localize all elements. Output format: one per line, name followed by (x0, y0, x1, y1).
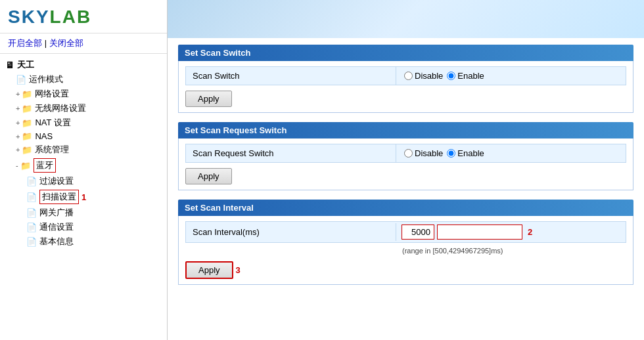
scan-switch-label: Scan Switch (186, 67, 396, 85)
section-scan-request: Set Scan Request Switch Scan Request Swi… (178, 122, 633, 190)
scan-switch-enable-radio[interactable] (447, 72, 455, 80)
section-scan-switch: Set Scan Switch Scan Switch Disable Ena (178, 45, 633, 113)
annot-3: 3 (236, 265, 241, 275)
scan-interval-range-hint: (range in [500,4294967295]ms) (185, 245, 626, 257)
scan-interval-apply-button[interactable]: Apply (185, 261, 233, 279)
sidebar-item-yunzuo[interactable]: 📄 运作模式 (0, 72, 167, 87)
content-area: Set Scan Switch Scan Switch Disable Ena (168, 38, 644, 301)
sidebar-item-bluetooth[interactable]: - 📁 蓝牙 (0, 157, 167, 174)
folder-icon-bt: 📁 (20, 161, 31, 171)
folder-icon-sys: 📁 (22, 145, 32, 155)
sidebar-item-scan[interactable]: 📄 扫描设置 1 (0, 188, 167, 205)
sidebar-item-nas[interactable]: + 📁 NAS (0, 130, 167, 142)
sidebar-item-sysmanage[interactable]: + 📁 系统管理 (0, 142, 167, 157)
scan-switch-enable-option[interactable]: Enable (447, 71, 484, 81)
scan-request-apply-button[interactable]: Apply (185, 168, 232, 184)
logo-lab: LAB (50, 7, 92, 27)
header-band (168, 0, 644, 38)
scan-switch-control: Disable Enable (396, 67, 492, 85)
sidebar-label-filter: 过滤设置 (39, 175, 74, 187)
top-links: 开启全部 | 关闭全部 (0, 33, 167, 54)
main-content: Set Scan Switch Scan Switch Disable Ena (168, 0, 644, 340)
collapse-icon-bt: - (16, 161, 18, 169)
doc-icon-comms: 📄 (26, 223, 37, 232)
sidebar-item-wangluo[interactable]: + 📁 网络设置 (0, 87, 167, 101)
scan-switch-disable-radio[interactable] (404, 72, 413, 80)
logo-sky: SKY (8, 7, 50, 27)
doc-icon-basic: 📄 (26, 237, 37, 247)
sidebar-label-nat: NAT 设置 (35, 117, 70, 129)
close-all-link[interactable]: 关闭全部 (49, 38, 83, 48)
doc-icon-scan: 📄 (26, 192, 37, 202)
computer-icon: 🖥 (5, 60, 14, 70)
section-scan-switch-body: Scan Switch Disable Enable (178, 61, 633, 113)
doc-icon-gateway: 📄 (26, 208, 37, 218)
scan-request-enable-label: Enable (457, 148, 484, 158)
sidebar-label-wangluo: 网络设置 (35, 88, 69, 100)
section-scan-switch-header: Set Scan Switch (178, 45, 633, 61)
scan-request-enable-option[interactable]: Enable (447, 148, 484, 158)
sidebar-item-nat[interactable]: + 📁 NAT 设置 (0, 116, 167, 130)
sidebar-label-sysmanage: 系统管理 (35, 144, 69, 156)
tree-root-label: 天工 (17, 59, 34, 71)
folder-icon: 📁 (22, 89, 32, 99)
sidebar-label-nas: NAS (35, 131, 53, 141)
scan-request-row: Scan Request Switch Disable Enable (185, 144, 626, 163)
sidebar-label-bluetooth: 蓝牙 (34, 158, 56, 173)
folder-icon-wireless: 📁 (22, 104, 32, 114)
sidebar-label-wireless: 无线网络设置 (35, 102, 86, 114)
folder-icon-nas: 📁 (22, 131, 32, 141)
tree: 🖥 天工 📄 运作模式 + 📁 网络设置 + 📁 无线网络设置 + 📁 NAT … (0, 54, 167, 253)
expand-icon-wireless: + (16, 104, 20, 112)
tree-root-tianji[interactable]: 🖥 天工 (0, 58, 167, 72)
scan-interval-apply-row: Apply 3 (185, 261, 626, 279)
scan-request-disable-option[interactable]: Disable (404, 148, 443, 158)
section-scan-request-body: Scan Request Switch Disable Enable (178, 138, 633, 190)
scan-request-radio-group: Disable Enable (404, 148, 484, 158)
sidebar-item-wireless[interactable]: + 📁 无线网络设置 (0, 101, 167, 116)
scan-interval-input-1[interactable] (402, 224, 434, 240)
scan-interval-input-2[interactable] (437, 224, 522, 240)
doc-icon: 📄 (16, 75, 26, 85)
scan-interval-row: Scan Interval(ms) 2 (185, 221, 626, 243)
scan-switch-enable-label: Enable (457, 71, 484, 81)
scan-switch-radio-group: Disable Enable (404, 71, 484, 81)
section-scan-interval-header: Set Scan Interval (178, 200, 633, 216)
scan-switch-disable-option[interactable]: Disable (404, 71, 443, 81)
annot-1: 1 (81, 192, 86, 202)
logo: SKYLAB (8, 7, 159, 28)
sidebar-label-yunzuo: 运作模式 (29, 74, 63, 85)
scan-switch-apply-button[interactable]: Apply (185, 91, 232, 107)
scan-interval-inputs: 2 (396, 222, 538, 242)
scan-interval-label: Scan Interval(ms) (186, 223, 396, 241)
sidebar-item-gateway[interactable]: 📄 网关广播 (0, 205, 167, 220)
expand-icon-nat: + (16, 119, 20, 127)
expand-icon-nas: + (16, 133, 20, 140)
annot-2: 2 (528, 227, 532, 237)
link-separator: | (45, 38, 47, 48)
section-scan-request-header: Set Scan Request Switch (178, 122, 633, 138)
expand-icon: + (16, 90, 20, 98)
folder-icon-nat: 📁 (22, 118, 32, 128)
sidebar-item-basic[interactable]: 📄 基本信息 (0, 234, 167, 249)
section-scan-interval-body: Scan Interval(ms) 2 (range in [500,42949… (178, 216, 633, 285)
scan-switch-row: Scan Switch Disable Enable (185, 66, 626, 85)
sidebar-label-scan: 扫描设置 (39, 190, 79, 204)
sidebar-label-basic: 基本信息 (39, 236, 74, 247)
logo-area: SKYLAB (0, 0, 167, 33)
scan-request-disable-radio[interactable] (404, 149, 413, 158)
sidebar: SKYLAB 开启全部 | 关闭全部 🖥 天工 📄 运作模式 + 📁 网络设置 … (0, 0, 168, 340)
scan-request-control: Disable Enable (396, 144, 492, 162)
doc-icon-filter: 📄 (26, 177, 37, 186)
section-scan-interval: Set Scan Interval Scan Interval(ms) 2 (r… (178, 200, 633, 285)
scan-request-enable-radio[interactable] (447, 149, 455, 158)
open-all-link[interactable]: 开启全部 (8, 38, 42, 48)
sidebar-item-comms[interactable]: 📄 通信设置 (0, 220, 167, 234)
sidebar-label-comms: 通信设置 (39, 221, 74, 233)
scan-request-label: Scan Request Switch (186, 144, 396, 162)
sidebar-label-gateway: 网关广播 (39, 207, 74, 219)
sidebar-item-filter[interactable]: 📄 过滤设置 (0, 174, 167, 188)
expand-icon-sys: + (16, 146, 20, 154)
scan-request-disable-label: Disable (415, 148, 443, 158)
scan-switch-disable-label: Disable (415, 71, 443, 81)
